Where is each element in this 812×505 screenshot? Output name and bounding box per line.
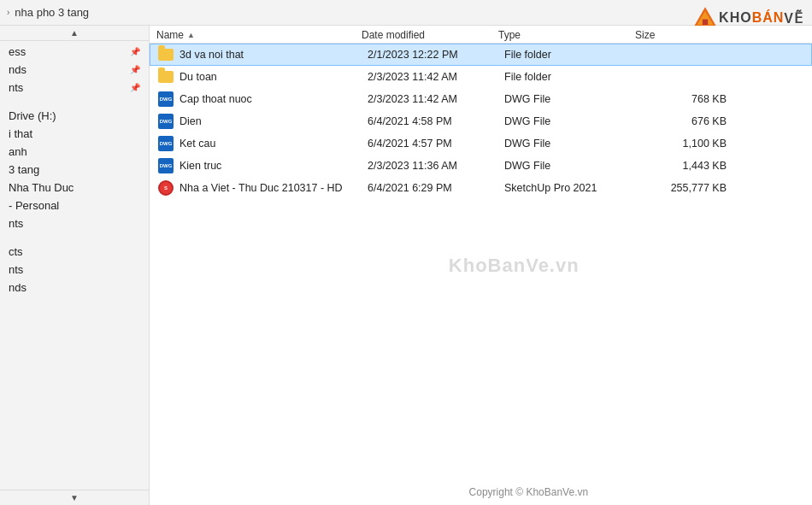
logo-ban: BÁN bbox=[752, 10, 785, 26]
dwg-icon: DWG bbox=[157, 114, 174, 129]
sidebar-item-3-tang[interactable]: 3 tang bbox=[0, 161, 149, 179]
sidebar-item-drive-h[interactable]: Drive (H:) bbox=[0, 107, 149, 125]
dwg-icon: DWG bbox=[157, 158, 174, 173]
dwg-icon: DWG bbox=[157, 91, 174, 107]
folder-icon bbox=[157, 69, 174, 85]
file-size: 676 KB bbox=[641, 115, 727, 127]
file-date: 2/3/2023 11:36 AM bbox=[368, 160, 504, 172]
file-name: Cap thoat nuoc bbox=[179, 93, 368, 105]
pin-icon: 📌 bbox=[130, 83, 140, 92]
dwg-icon: DWG bbox=[157, 136, 174, 151]
file-type: SketchUp Pro 2021 bbox=[504, 182, 641, 194]
svg-rect-2 bbox=[703, 20, 708, 25]
column-header-name[interactable]: Name ▲ bbox=[156, 29, 362, 41]
sidebar-item-nds2[interactable]: nds bbox=[0, 279, 149, 297]
sidebar-items: ess 📌 nds 📌 nts 📌 Drive (H:) i that anh bbox=[0, 41, 149, 490]
file-name: Nha a Viet - Thu Duc 210317 - HD bbox=[179, 182, 368, 194]
file-row[interactable]: DWG Ket cau 6/4/2021 4:57 PM DWG File 1,… bbox=[150, 132, 812, 155]
file-name: Du toan bbox=[179, 71, 368, 83]
file-type: DWG File bbox=[504, 93, 641, 105]
sidebar-item-nds[interactable]: nds 📌 bbox=[0, 61, 149, 79]
title-bar: › nha pho 3 tang KHOBÁNVẼ bbox=[0, 0, 812, 26]
sidebar-item-cts[interactable]: cts bbox=[0, 243, 149, 261]
sidebar-item-nts[interactable]: nts 📌 bbox=[0, 79, 149, 97]
file-type: DWG File bbox=[504, 160, 641, 172]
file-row[interactable]: S Nha a Viet - Thu Duc 210317 - HD 6/4/2… bbox=[150, 177, 812, 199]
sidebar-item-ess[interactable]: ess 📌 bbox=[0, 43, 149, 61]
sketchup-icon: S bbox=[157, 180, 174, 196]
sidebar-item-i-that[interactable]: i that bbox=[0, 125, 149, 143]
logo-kho: KHO bbox=[719, 10, 752, 26]
file-date: 6/4/2021 4:58 PM bbox=[368, 115, 504, 127]
sidebar-scroll-down[interactable]: ▼ bbox=[0, 490, 149, 505]
content-area: Name ▲ Date modified Type Size 3d va noi… bbox=[150, 26, 812, 505]
sidebar: ▲ ess 📌 nds 📌 nts 📌 Drive (H:) i that bbox=[0, 26, 150, 505]
file-size: 1,443 KB bbox=[641, 160, 727, 172]
file-list-header: Name ▲ Date modified Type Size bbox=[150, 26, 812, 44]
main-layout: ▲ ess 📌 nds 📌 nts 📌 Drive (H:) i that bbox=[0, 26, 812, 505]
sidebar-item-personal[interactable]: - Personal bbox=[0, 197, 149, 214]
file-row[interactable]: 3d va noi that 2/1/2023 12:22 PM File fo… bbox=[150, 44, 812, 66]
column-header-size[interactable]: Size bbox=[635, 29, 721, 41]
file-name: Kien truc bbox=[179, 160, 368, 172]
sidebar-item-nha-thu-duc[interactable]: Nha Thu Duc bbox=[0, 179, 149, 197]
file-list: 3d va noi that 2/1/2023 12:22 PM File fo… bbox=[150, 44, 812, 505]
column-header-type[interactable]: Type bbox=[498, 29, 635, 41]
file-date: 2/3/2023 11:42 AM bbox=[368, 93, 504, 105]
file-row[interactable]: DWG Cap thoat nuoc 2/3/2023 11:42 AM DWG… bbox=[150, 88, 812, 110]
file-row[interactable]: Du toan 2/3/2023 11:42 AM File folder bbox=[150, 66, 812, 88]
folder-icon bbox=[157, 47, 174, 62]
file-type: File folder bbox=[504, 49, 641, 61]
sidebar-item-nts2[interactable]: nts bbox=[0, 214, 149, 232]
file-name: 3d va noi that bbox=[179, 49, 368, 61]
file-name: Dien bbox=[179, 115, 368, 127]
file-type: DWG File bbox=[504, 115, 641, 127]
file-size: 768 KB bbox=[641, 93, 727, 105]
file-size: 1,100 KB bbox=[641, 138, 727, 150]
logo-ve: VẼ bbox=[784, 10, 803, 26]
file-size: 255,777 KB bbox=[641, 182, 727, 194]
file-date: 6/4/2021 4:57 PM bbox=[368, 138, 504, 150]
sidebar-item-nts3[interactable]: nts bbox=[0, 261, 149, 279]
file-date: 2/1/2023 12:22 PM bbox=[368, 49, 504, 61]
file-type: File folder bbox=[504, 71, 641, 83]
file-type: DWG File bbox=[504, 138, 641, 150]
sidebar-scroll-up[interactable]: ▲ bbox=[0, 26, 149, 41]
breadcrumb-arrow: › bbox=[7, 8, 9, 17]
breadcrumb-path: nha pho 3 tang bbox=[15, 6, 89, 19]
column-header-date[interactable]: Date modified bbox=[362, 29, 498, 41]
file-name: Ket cau bbox=[179, 138, 368, 150]
file-date: 6/4/2021 6:29 PM bbox=[368, 182, 504, 194]
sort-arrow-icon: ▲ bbox=[187, 31, 195, 39]
pin-icon: 📌 bbox=[130, 65, 140, 74]
sidebar-item-anh[interactable]: anh bbox=[0, 143, 149, 161]
file-row[interactable]: DWG Dien 6/4/2021 4:58 PM DWG File 676 K… bbox=[150, 110, 812, 132]
file-date: 2/3/2023 11:42 AM bbox=[368, 71, 504, 83]
pin-icon: 📌 bbox=[130, 47, 140, 56]
file-row[interactable]: DWG Kien truc 2/3/2023 11:36 AM DWG File… bbox=[150, 155, 812, 177]
